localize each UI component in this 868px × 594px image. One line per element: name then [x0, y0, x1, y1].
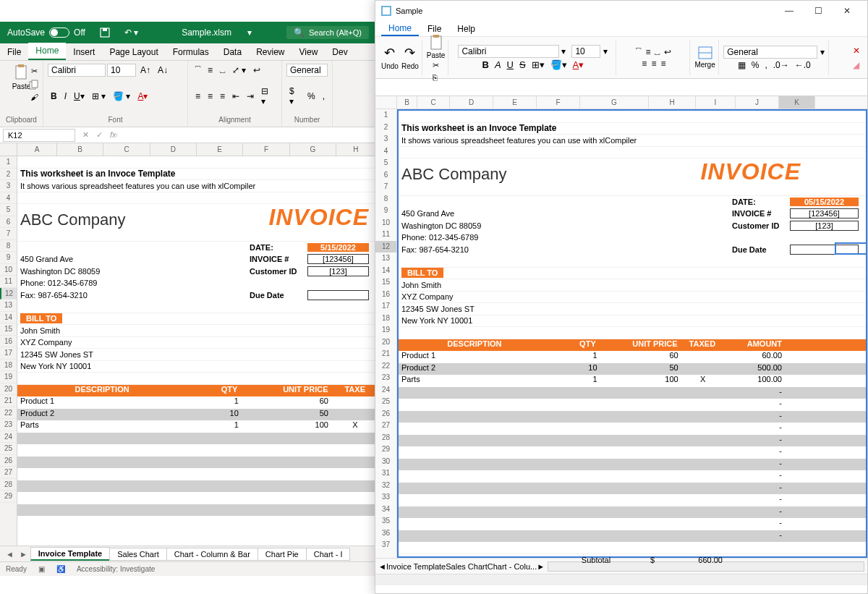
- sheet-tab-pie[interactable]: Chart Pie: [258, 548, 307, 561]
- sample-row-header-37[interactable]: 37: [375, 539, 396, 551]
- row-header-23[interactable]: 23: [0, 419, 17, 431]
- sample-row-header-10[interactable]: 10: [375, 217, 396, 229]
- row-header-15[interactable]: 15: [0, 323, 17, 336]
- row-header-13[interactable]: 13: [0, 300, 17, 312]
- sample-empty-row[interactable]: -: [399, 459, 866, 471]
- menu-help[interactable]: Help: [450, 22, 482, 35]
- sample-row-header-11[interactable]: 11: [375, 229, 396, 241]
- sample-row-header-17[interactable]: 17: [375, 300, 396, 313]
- tab-nav-left-icon[interactable]: ◄: [3, 550, 17, 559]
- sample-col-H[interactable]: H: [649, 96, 696, 109]
- sample-row-header-21[interactable]: 21: [375, 348, 396, 360]
- row-header-18[interactable]: 18: [0, 360, 17, 372]
- border-button[interactable]: ⊞ ▾: [89, 90, 109, 103]
- sample-empty-row[interactable]: -: [399, 494, 866, 506]
- sample-empty-row[interactable]: -: [399, 506, 866, 519]
- excel-empty-row[interactable]: [17, 504, 376, 517]
- underline-button[interactable]: U ▾: [71, 90, 88, 103]
- excel-item-row[interactable]: Product 1160: [17, 396, 376, 409]
- excel-empty-row[interactable]: [17, 492, 376, 504]
- col-f[interactable]: F: [243, 143, 289, 156]
- col-a[interactable]: A: [17, 143, 57, 156]
- tab-nav-right-icon[interactable]: ►: [17, 550, 30, 559]
- clear-icon[interactable]: ◢: [853, 60, 860, 70]
- orientation-icon[interactable]: ⤢ ▾: [229, 64, 249, 77]
- sample-row-header-29[interactable]: 29: [375, 444, 396, 456]
- sample-formula-bar[interactable]: [375, 79, 867, 96]
- align-top-icon[interactable]: ⎴: [192, 64, 203, 77]
- comma-icon[interactable]: ,: [765, 60, 767, 70]
- duedate-value[interactable]: [307, 290, 369, 300]
- sample-empty-row[interactable]: -: [399, 518, 866, 530]
- align-center-icon[interactable]: ≡: [651, 59, 656, 69]
- maximize-icon[interactable]: ☐: [804, 1, 833, 21]
- row-header-25[interactable]: 25: [0, 443, 17, 455]
- font-size-select[interactable]: 10: [107, 64, 136, 77]
- sample-row-header-33[interactable]: 33: [375, 491, 396, 504]
- paste-button[interactable]: Paste: [427, 34, 446, 59]
- sample-row-header-4[interactable]: 4: [375, 145, 396, 158]
- sheet-tab-more[interactable]: Chart - I: [306, 548, 351, 561]
- row-header-12[interactable]: 12: [0, 288, 17, 300]
- sample-col-C[interactable]: C: [417, 96, 450, 109]
- sample-row-header-31[interactable]: 31: [375, 467, 396, 480]
- sample-row-header-2[interactable]: 2: [375, 122, 396, 134]
- col-h[interactable]: H: [336, 143, 376, 156]
- sample-row-header-14[interactable]: 14: [375, 265, 396, 277]
- decrease-font-icon[interactable]: A↓: [155, 64, 171, 77]
- row-header-27[interactable]: 27: [0, 467, 17, 479]
- undo-icon[interactable]: ↶ ▾: [124, 27, 138, 38]
- date-value[interactable]: 5/15/2022: [307, 243, 369, 252]
- row-header-24[interactable]: 24: [0, 431, 17, 444]
- undo-button[interactable]: ↶Undo: [381, 45, 399, 70]
- macro-icon[interactable]: ▣: [38, 565, 45, 573]
- sample-col-F[interactable]: F: [537, 96, 580, 109]
- sample-item-row[interactable]: Product 116060.00: [399, 351, 866, 363]
- tab-formulas[interactable]: Formulas: [166, 44, 216, 60]
- sample-tab-left-icon[interactable]: ◄: [378, 562, 386, 571]
- minimize-icon[interactable]: —: [775, 1, 804, 21]
- sample-row-header-34[interactable]: 34: [375, 504, 396, 516]
- sample-row-header-7[interactable]: 7: [375, 181, 396, 193]
- increase-font-icon[interactable]: A↑: [137, 64, 153, 77]
- sample-col-J[interactable]: J: [736, 96, 779, 109]
- bold-button[interactable]: B: [48, 90, 60, 103]
- align-left-icon[interactable]: ≡: [192, 90, 203, 103]
- sample-invnum-value[interactable]: [123456]: [790, 208, 859, 218]
- indent-right-icon[interactable]: ⇥: [244, 90, 257, 103]
- sample-row-header-6[interactable]: 6: [375, 169, 396, 182]
- sample-row-header-15[interactable]: 15: [375, 276, 396, 289]
- fill-icon[interactable]: 🪣▾: [550, 59, 567, 70]
- tab-data[interactable]: Data: [216, 44, 249, 60]
- sample-date-value[interactable]: 05/15/2022: [790, 198, 859, 206]
- col-e[interactable]: E: [197, 143, 243, 156]
- italic-icon[interactable]: A: [495, 59, 501, 70]
- sample-size-select[interactable]: 10: [571, 45, 600, 58]
- col-b[interactable]: B: [57, 143, 103, 156]
- cut-icon[interactable]: ✂: [433, 61, 439, 70]
- fx-icon[interactable]: fx: [110, 130, 116, 140]
- indent-left-icon[interactable]: ⇤: [229, 90, 242, 103]
- sample-row-header-20[interactable]: 20: [375, 336, 396, 349]
- sample-font-select[interactable]: Calibri: [458, 45, 559, 58]
- excel-empty-row[interactable]: [17, 468, 376, 480]
- row-header-7[interactable]: 7: [0, 228, 17, 240]
- row-header-22[interactable]: 22: [0, 407, 17, 420]
- col-d[interactable]: D: [150, 143, 197, 156]
- merge-icon[interactable]: ⊟ ▾: [258, 85, 277, 108]
- sample-row-header-26[interactable]: 26: [375, 408, 396, 420]
- sample-custid-value[interactable]: [123]: [790, 221, 859, 231]
- row-header-6[interactable]: 6: [0, 216, 17, 229]
- autosave-toggle[interactable]: AutoSave Off: [7, 27, 85, 38]
- confirm-formula-icon[interactable]: ✓: [96, 130, 103, 140]
- sample-empty-row[interactable]: -: [399, 399, 866, 411]
- font-name-select[interactable]: Calibri: [48, 64, 106, 77]
- sample-row-header-12[interactable]: 12: [375, 241, 396, 253]
- sample-row-header-16[interactable]: 16: [375, 289, 396, 301]
- sample-item-row[interactable]: Product 21050500.00: [399, 363, 866, 376]
- cancel-formula-icon[interactable]: ✕: [82, 130, 89, 140]
- sample-empty-row[interactable]: -: [399, 411, 866, 423]
- excel-empty-row[interactable]: [17, 433, 376, 445]
- sample-col-B[interactable]: B: [397, 96, 417, 109]
- sample-row-header-28[interactable]: 28: [375, 432, 396, 444]
